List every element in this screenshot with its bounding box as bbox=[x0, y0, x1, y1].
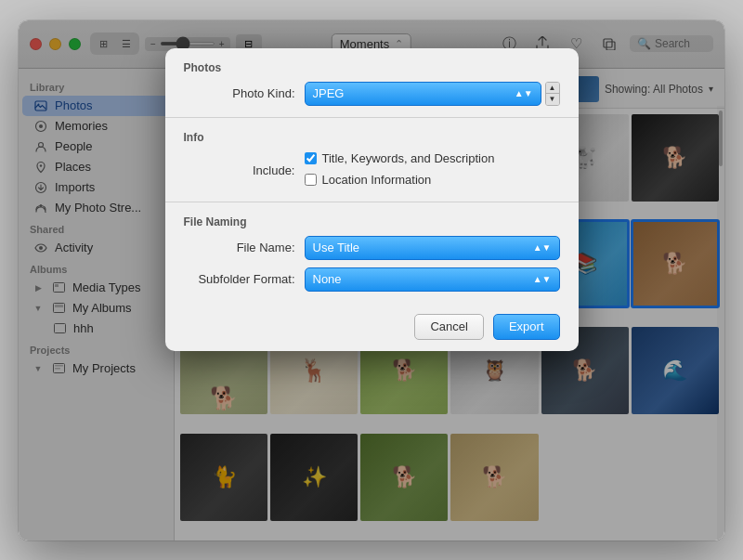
file-name-label: File Name: bbox=[184, 241, 305, 254]
subfolder-arrow: ▲▼ bbox=[533, 274, 552, 284]
photos-section-label: Photos bbox=[184, 61, 560, 74]
location-checkbox[interactable] bbox=[305, 174, 317, 186]
modal-overlay: Photos Photo Kind: JPEG ▲▼ ▲ ▼ bbox=[19, 20, 724, 540]
info-section-label: Info bbox=[184, 131, 560, 144]
file-name-row: File Name: Use Title ▲▼ bbox=[184, 236, 560, 260]
info-section: Info Include: Title, Keywords, and Descr… bbox=[165, 118, 579, 202]
export-button[interactable]: Export bbox=[493, 314, 560, 340]
photo-kind-select[interactable]: JPEG ▲▼ bbox=[305, 82, 541, 106]
title-checkbox-label: Title, Keywords, and Description bbox=[322, 151, 495, 165]
file-name-select[interactable]: Use Title ▲▼ bbox=[305, 236, 560, 260]
export-dialog: Photos Photo Kind: JPEG ▲▼ ▲ ▼ bbox=[165, 48, 579, 351]
photos-section: Photos Photo Kind: JPEG ▲▼ ▲ ▼ bbox=[165, 48, 579, 117]
subfolder-control: None ▲▼ bbox=[305, 267, 560, 292]
file-naming-section: File Naming File Name: Use Title ▲▼ Subf… bbox=[165, 202, 579, 303]
cancel-button[interactable]: Cancel bbox=[414, 314, 483, 340]
file-name-value: Use Title bbox=[313, 241, 360, 254]
modal-buttons: Cancel Export bbox=[165, 303, 579, 351]
photo-kind-value: JPEG bbox=[313, 86, 345, 100]
subfolder-label: Subfolder Format: bbox=[184, 272, 305, 286]
photo-kind-label: Photo Kind: bbox=[184, 86, 305, 100]
stepper-down[interactable]: ▼ bbox=[546, 94, 559, 105]
stepper-up[interactable]: ▲ bbox=[546, 83, 559, 95]
photo-kind-stepper[interactable]: ▲ ▼ bbox=[545, 82, 560, 106]
subfolder-value: None bbox=[313, 272, 342, 286]
photo-kind-row: Photo Kind: JPEG ▲▼ ▲ ▼ bbox=[184, 82, 560, 106]
photo-kind-control: JPEG ▲▼ ▲ ▼ bbox=[305, 82, 560, 106]
checkbox-row-2: Location Information bbox=[305, 173, 432, 187]
checkbox-row-1: Title, Keywords, and Description bbox=[305, 151, 495, 165]
file-name-arrow: ▲▼ bbox=[533, 242, 552, 253]
file-name-control: Use Title ▲▼ bbox=[305, 236, 560, 260]
select-arrow: ▲▼ bbox=[515, 88, 533, 98]
main-window: ⊞ ☰ − + ⊟ Moments ⌃ ⓘ ♡ bbox=[19, 20, 724, 540]
file-naming-label: File Naming bbox=[184, 215, 560, 228]
include-label: Include: bbox=[184, 163, 305, 177]
include-controls: Title, Keywords, and Description Locatio… bbox=[305, 151, 560, 190]
include-row: Include: Title, Keywords, and Descriptio… bbox=[184, 151, 560, 190]
subfolder-select[interactable]: None ▲▼ bbox=[305, 267, 560, 292]
subfolder-row: Subfolder Format: None ▲▼ bbox=[184, 267, 560, 292]
title-checkbox[interactable] bbox=[305, 152, 317, 164]
location-checkbox-label: Location Information bbox=[322, 173, 432, 187]
